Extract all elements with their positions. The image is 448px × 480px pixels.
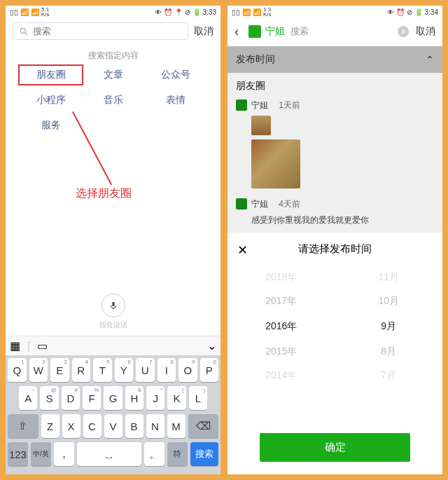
keyboard: Q1W2E3R4T5Y6U7I8O9P0 A~S@D#F%G'H&J*K(L) … (6, 355, 220, 474)
key-U[interactable]: U7 (136, 358, 155, 382)
key-M[interactable]: M (167, 414, 186, 438)
back-button[interactable]: ‹ (234, 25, 241, 39)
category-official[interactable]: 公众号 (144, 69, 206, 81)
mic-button[interactable] (102, 294, 125, 317)
key-S[interactable]: S@ (40, 386, 58, 410)
sheet-title: 请选择发布时间 (298, 242, 372, 256)
category-services[interactable]: 服务 (20, 119, 82, 132)
phone-left: ▯▯ 📶 📶 5.1K/s 👁 ⏰ 📍 ⊘ 🔋 3:33 取消 搜索指定内容 朋… (6, 6, 220, 474)
category-stickers[interactable]: 表情 (144, 94, 206, 107)
svg-point-0 (20, 28, 25, 33)
category-music[interactable]: 音乐 (82, 94, 144, 107)
phone-right: ▯▯ 📶 📶 1.3K/s 👁 ⏰ ⊘ 🔋 3:34 ‹ 宁姐 搜索 ✕ 取消 … (227, 6, 442, 474)
lang-key[interactable]: 中/英 (31, 442, 51, 466)
key-N[interactable]: N (146, 414, 164, 438)
search-input[interactable]: 搜索 (290, 25, 309, 38)
category-articles[interactable]: 文章 (82, 69, 144, 81)
key-B[interactable]: B (125, 414, 144, 438)
signal-icon: 📶 (20, 8, 29, 16)
grid-icon[interactable]: ▦ (10, 339, 20, 352)
month-column[interactable]: 11月 10月 9月 8月 7月 (335, 266, 443, 433)
search-field[interactable]: 宁姐 搜索 ✕ (247, 22, 410, 41)
signal-icon-2: 📶 (31, 8, 39, 16)
key-L[interactable]: L) (189, 386, 207, 410)
search-key[interactable]: 搜索 (190, 442, 218, 466)
eye-icon: 👁 (387, 8, 394, 16)
key-K[interactable]: K( (167, 386, 186, 410)
close-icon[interactable]: ✕ (237, 242, 248, 258)
key-F[interactable]: F% (83, 386, 101, 410)
clock-time: 3:33 (203, 8, 216, 16)
clipboard-icon[interactable]: ▭ (37, 339, 48, 352)
svg-rect-2 (112, 302, 115, 306)
svg-line-1 (25, 32, 27, 34)
key-H[interactable]: H& (125, 386, 144, 410)
key-V[interactable]: V (104, 414, 122, 438)
space-key[interactable]: ⎵ (77, 442, 141, 466)
search-bar: 取消 (6, 18, 220, 46)
clear-icon[interactable]: ✕ (398, 26, 409, 37)
search-bar: ‹ 宁姐 搜索 ✕ 取消 (227, 18, 442, 46)
signal-icon-2: 📶 (253, 8, 261, 16)
context-avatar (248, 25, 261, 38)
post-author: 宁姐 (251, 198, 268, 210)
key-Z[interactable]: Z (41, 414, 59, 438)
date-sheet: ✕ 请选择发布时间 2018年 2017年 2016年 2015年 2014年 … (227, 233, 442, 474)
category-moments[interactable]: 朋友圈 (18, 64, 83, 85)
post-preview: 感受到你重视我的爱我就更爱你 (227, 214, 442, 226)
key-G[interactable]: G' (104, 386, 122, 410)
post-time: 1天前 (279, 100, 300, 111)
key-R[interactable]: R4 (72, 358, 91, 382)
key-E[interactable]: E3 (50, 358, 69, 382)
year-column[interactable]: 2018年 2017年 2016年 2015年 2014年 (227, 266, 335, 433)
selected-year: 2016年 (227, 320, 335, 333)
categories-grid: 朋友圈 文章 公众号 小程序 音乐 表情 服务 (6, 69, 220, 132)
key-X[interactable]: X (62, 414, 80, 438)
key-W[interactable]: W2 (29, 358, 48, 382)
key-A[interactable]: A~ (19, 386, 37, 410)
collapse-keyboard-icon[interactable]: ⌄ (207, 339, 216, 352)
cancel-button[interactable]: 取消 (416, 25, 435, 38)
key-Y[interactable]: Y6 (115, 358, 134, 382)
confirm-button[interactable]: 确定 (260, 433, 410, 462)
post-author: 宁姐 (251, 100, 268, 111)
num-key[interactable]: 123 (8, 442, 28, 466)
date-wheel[interactable]: 2018年 2017年 2016年 2015年 2014年 11月 10月 9月… (227, 266, 442, 433)
search-field[interactable] (13, 22, 188, 40)
battery-icon: 🔋 (414, 8, 423, 16)
key-J[interactable]: J* (146, 386, 164, 410)
battery-icon: 🔋 (192, 8, 201, 16)
dnd-icon: ⊘ (407, 8, 412, 16)
key-Q[interactable]: Q1 (8, 358, 27, 382)
backspace-key[interactable]: ⌫ (188, 414, 219, 438)
alarm-icon: ⏰ (164, 8, 172, 16)
eye-icon: 👁 (155, 8, 162, 16)
comma-key[interactable]: ， (54, 442, 74, 466)
category-miniprogram[interactable]: 小程序 (20, 94, 82, 107)
avatar (236, 100, 247, 111)
status-bar: ▯▯ 📶 📶 1.3K/s 👁 ⏰ ⊘ 🔋 3:34 (227, 6, 442, 18)
sim-icon: ▯▯ (10, 8, 18, 16)
filter-header[interactable]: 发布时间 ⌃ (227, 46, 442, 73)
key-O[interactable]: O9 (178, 358, 197, 382)
voice-area: 按住说话 (6, 288, 220, 336)
key-C[interactable]: C (83, 414, 102, 438)
post-time: 4天前 (279, 198, 300, 210)
context-name: 宁姐 (265, 25, 285, 38)
section-title: 朋友圈 (227, 73, 442, 97)
key-T[interactable]: T5 (93, 358, 112, 382)
key-D[interactable]: D# (62, 386, 80, 410)
post-item[interactable]: 宁姐 1天前 (227, 97, 442, 116)
shift-key[interactable]: ⇧ (8, 414, 38, 438)
post-item[interactable]: 宁姐 4天前 (227, 196, 442, 214)
categories-header: 搜索指定内容 (6, 50, 220, 62)
keyboard-toolbar: ▦ | ▭ ⌄ (6, 336, 220, 355)
symbol-key[interactable]: 符 (167, 442, 188, 466)
alarm-icon: ⏰ (396, 8, 405, 16)
period-key[interactable]: 。 (144, 442, 164, 466)
post-image[interactable] (251, 139, 300, 188)
search-input[interactable] (33, 26, 182, 36)
cancel-button[interactable]: 取消 (194, 25, 214, 38)
key-P[interactable]: P0 (200, 358, 219, 382)
key-I[interactable]: I8 (158, 358, 176, 382)
